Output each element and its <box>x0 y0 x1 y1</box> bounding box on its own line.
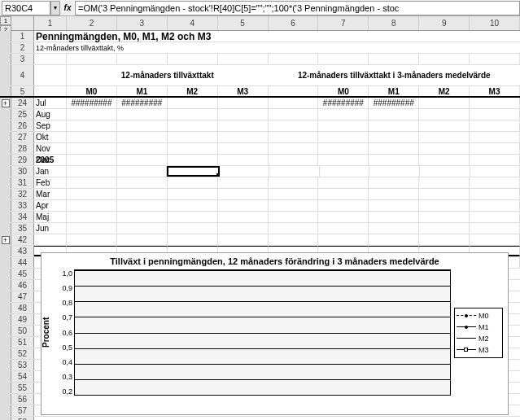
col-m3[interactable]: M3 <box>218 86 269 96</box>
embedded-chart[interactable]: Tillväxt i penningmängden, 12 månaders f… <box>41 252 509 415</box>
cell-month[interactable]: Jul <box>34 98 67 108</box>
col-header-8[interactable]: 8 <box>369 16 419 30</box>
name-box[interactable]: R30C4 <box>2 1 50 15</box>
cell-overflow[interactable]: ######### <box>369 98 419 108</box>
col-m2[interactable]: M2 <box>168 86 218 96</box>
row-header-2[interactable]: 2 <box>11 42 34 53</box>
header-group-1[interactable]: 12-månaders tillväxttakt <box>67 65 269 85</box>
selected-cell[interactable] <box>167 166 220 177</box>
col-header-5[interactable]: 5 <box>218 16 269 30</box>
row-header-4[interactable]: 4 <box>11 65 34 85</box>
col-header-4[interactable]: 4 <box>168 16 218 30</box>
cell-title[interactable]: Penningmängden, M0, M1, M2 och M3 <box>34 31 520 42</box>
chart-ylabel: Procent <box>42 269 55 396</box>
row-2: 2 12-månaders tillväxttakt, % <box>0 42 520 54</box>
row-1: 1 Penningmängden, M0, M1, M2 och M3 <box>0 31 520 42</box>
col-header-6[interactable]: 6 <box>269 16 319 30</box>
chart-title: Tillväxt i penningmängden, 12 månaders f… <box>42 253 508 269</box>
col-header-10[interactable]: 10 <box>470 16 520 30</box>
outline-expand-button[interactable]: + <box>2 99 10 107</box>
name-box-dropdown[interactable]: ▼ <box>50 1 60 15</box>
year-label: 2005 <box>36 155 54 164</box>
cell-subtitle[interactable]: 12-månaders tillväxttakt, % <box>34 42 520 53</box>
cell-month[interactable]: Jan <box>34 166 67 177</box>
col-header-7[interactable]: 7 <box>318 16 369 30</box>
col-header-3[interactable]: 3 <box>117 16 168 30</box>
col-m0[interactable]: M0 <box>67 86 117 96</box>
cell-overflow[interactable]: ######### <box>117 98 168 108</box>
outline-level-1[interactable]: 1 <box>0 16 11 25</box>
cell-overflow[interactable]: ######### <box>67 98 117 108</box>
col-m2b[interactable]: M2 <box>419 86 470 96</box>
row-30: 30 Jan 2005 <box>0 166 520 177</box>
cell-overflow[interactable]: ######### <box>318 98 369 108</box>
chart-plot-area <box>74 269 451 396</box>
col-m1b[interactable]: M1 <box>369 86 419 96</box>
chart-legend: M0 M1 M2 M3 <box>454 308 503 358</box>
chart-yaxis: 1,0 0,9 0,8 0,7 0,6 0,5 0,4 0,3 0,2 <box>55 269 74 396</box>
outline-gutter <box>0 31 11 42</box>
col-m1[interactable]: M1 <box>117 86 168 96</box>
row-header-3[interactable]: 3 <box>11 54 34 64</box>
col-header-9[interactable]: 9 <box>419 16 470 30</box>
row-24: + 24 Jul ######### ######### ######### #… <box>0 98 520 109</box>
fx-icon[interactable]: fx <box>60 3 75 12</box>
row-4: 4 12-månaders tillväxttakt 12-månaders t… <box>0 65 520 86</box>
header-group-2[interactable]: 12-månaders tillväxttakt i 3-månaders me… <box>269 65 520 85</box>
row-header-30[interactable]: 30 <box>11 166 34 177</box>
formula-input[interactable]: =OM('3 Penningmängden - stock'!R[40]C[5]… <box>75 1 520 15</box>
row-header-24[interactable]: 24 <box>11 98 34 108</box>
outline-level-header: 1 2 <box>0 16 11 30</box>
row-header-1[interactable]: 1 <box>11 31 34 42</box>
row-3: 3 <box>0 54 520 65</box>
select-all-corner[interactable] <box>11 16 34 30</box>
formula-bar-row: R30C4 ▼ fx =OM('3 Penningmängden - stock… <box>0 0 520 16</box>
row-5: 5 M0 M1 M2 M3 M0 M1 M2 M3 <box>0 86 520 98</box>
col-header-2[interactable]: 2 <box>67 16 117 30</box>
outline-expand-button[interactable]: + <box>2 236 10 244</box>
col-header-1[interactable]: 1 <box>34 16 67 30</box>
col-m3b[interactable]: M3 <box>470 86 520 96</box>
col-m0b[interactable]: M0 <box>318 86 369 96</box>
column-header-row: 1 2 1 2 3 4 5 6 7 8 9 10 <box>0 16 520 31</box>
row-header-5[interactable]: 5 <box>11 86 34 96</box>
